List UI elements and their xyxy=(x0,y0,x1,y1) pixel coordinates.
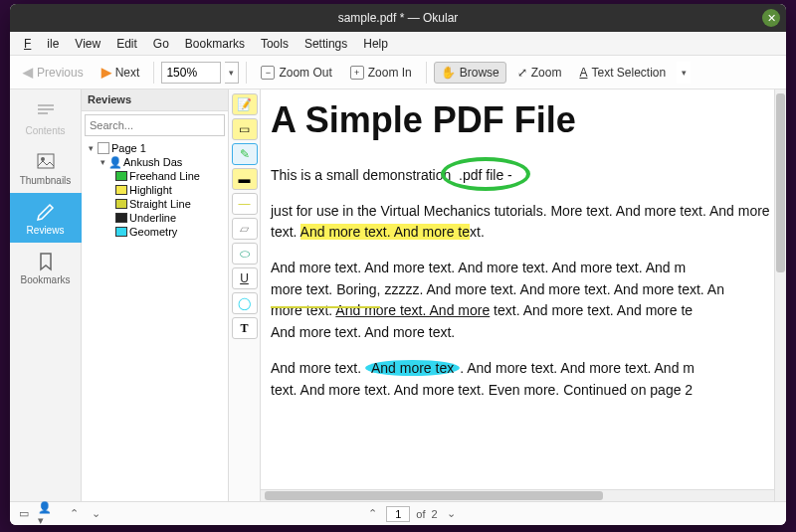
paragraph-1: This is a small demonstration .pdf file … xyxy=(271,165,778,187)
current-page-input[interactable] xyxy=(386,506,410,522)
color-swatch-icon xyxy=(115,227,127,237)
page-up-button[interactable]: ⌃ xyxy=(364,506,380,522)
menu-bookmarks[interactable]: Bookmarks xyxy=(177,34,253,54)
underline-annotation[interactable]: And more text. And more xyxy=(335,302,490,318)
tree-item-label: Underline xyxy=(129,212,176,224)
tree-author-node[interactable]: ▾ 👤 Ankush Das xyxy=(84,155,226,169)
tree-page-node[interactable]: ▾ Page 1 xyxy=(84,141,226,155)
text-selection-icon: A xyxy=(579,66,587,80)
bookmarks-icon xyxy=(35,251,57,272)
tree-page-label: Page 1 xyxy=(111,142,146,154)
pdf-viewport[interactable]: A Simple PDF File This is a small demons… xyxy=(261,89,786,501)
contents-tab[interactable]: Contents xyxy=(10,93,82,143)
tree-annotation-item[interactable]: Underline xyxy=(84,211,226,225)
reviews-search-input[interactable] xyxy=(85,114,225,136)
author-filter-button[interactable]: 👤▾ xyxy=(38,506,54,522)
annotation-toolbar: 📝 ▭ ✎ ▬ ― ▱ ⬭ U ◯ T xyxy=(229,89,261,501)
menu-edit[interactable]: Edit xyxy=(108,34,145,54)
menu-help[interactable]: Help xyxy=(355,34,396,54)
scrollbar-thumb[interactable] xyxy=(776,93,785,272)
anno-polygon-button[interactable]: ▱ xyxy=(232,218,258,240)
text-selection-button[interactable]: A Text Selection xyxy=(572,62,673,84)
zoom-tool-icon: ⤢ xyxy=(517,66,527,80)
zoom-tool-label: Zoom xyxy=(531,66,562,80)
window-title: sample.pdf * — Okular xyxy=(338,11,459,25)
user-icon: 👤 xyxy=(109,156,121,168)
zoom-out-button[interactable]: − Zoom Out xyxy=(254,62,338,84)
document-title: A Simple PDF File xyxy=(271,99,778,141)
left-panel: Contents Thumbnails Reviews Bookmarks xyxy=(10,89,82,501)
app-window: sample.pdf * — Okular ✕ File View Edit G… xyxy=(10,4,786,525)
color-swatch-icon xyxy=(115,171,127,181)
anno-note-button[interactable]: 📝 xyxy=(232,93,258,115)
view-mode-button[interactable]: ▭ xyxy=(16,506,32,522)
paragraph-4: And more text. And more tex. And more te… xyxy=(271,358,778,401)
horizontal-scrollbar[interactable] xyxy=(261,489,774,501)
toolbar: ◀ Previous ▶ Next ▾ − Zoom Out + Zoom In… xyxy=(10,56,786,89)
vertical-scrollbar[interactable] xyxy=(774,89,786,501)
reviews-icon xyxy=(35,201,57,223)
menu-tools[interactable]: Tools xyxy=(253,34,297,54)
thumbnails-icon xyxy=(35,151,57,173)
zoom-tool-button[interactable]: ⤢ Zoom xyxy=(510,62,569,84)
anno-highlight-button[interactable]: ▬ xyxy=(232,168,258,190)
next-label: Next xyxy=(115,66,140,80)
reviews-label: Reviews xyxy=(27,225,65,236)
zoom-in-icon: + xyxy=(350,66,364,80)
paragraph-3: And more text. And more text. And more t… xyxy=(271,258,778,344)
zoom-out-label: Zoom Out xyxy=(279,66,331,80)
zoom-dropdown-button[interactable]: ▾ xyxy=(225,62,239,84)
zoom-in-button[interactable]: + Zoom In xyxy=(343,62,419,84)
browse-tool-button[interactable]: ✋ Browse xyxy=(434,62,506,84)
separator xyxy=(426,62,427,84)
color-swatch-icon xyxy=(115,213,127,223)
tree-item-label: Freehand Line xyxy=(129,170,200,182)
freehand-circle-annotation[interactable] xyxy=(441,157,530,191)
text-selection-dropdown[interactable]: ▾ xyxy=(677,62,691,84)
contents-icon xyxy=(35,101,57,123)
collapse-all-button[interactable]: ⌃ xyxy=(66,506,82,522)
menu-settings[interactable]: Settings xyxy=(297,34,355,54)
reviews-tab[interactable]: Reviews xyxy=(10,193,82,243)
anno-stamp-button[interactable]: ⬭ xyxy=(232,243,258,265)
anno-inline-note-button[interactable]: ▭ xyxy=(232,118,258,140)
tree-annotation-item[interactable]: Highlight xyxy=(84,183,226,197)
previous-button[interactable]: ◀ Previous xyxy=(16,61,91,84)
menu-go[interactable]: Go xyxy=(145,34,177,54)
tree-annotation-item[interactable]: Freehand Line xyxy=(84,169,226,183)
tree-item-label: Highlight xyxy=(129,184,172,196)
hand-icon: ✋ xyxy=(441,66,456,80)
zoom-in-label: Zoom In xyxy=(368,66,412,80)
straight-line-annotation[interactable] xyxy=(271,306,380,308)
expand-all-button[interactable]: ⌄ xyxy=(88,506,103,522)
scrollbar-thumb[interactable] xyxy=(265,491,603,500)
anno-underline-button[interactable]: U xyxy=(232,267,258,289)
tree-annotation-item[interactable]: Straight Line xyxy=(84,197,226,211)
anno-freehand-button[interactable]: ✎ xyxy=(232,143,258,165)
document-area: 📝 ▭ ✎ ▬ ― ▱ ⬭ U ◯ T A Simple PDF File Th… xyxy=(229,89,786,501)
anno-ellipse-button[interactable]: ◯ xyxy=(232,292,258,314)
tree-item-label: Geometry xyxy=(129,226,177,238)
separator xyxy=(153,62,154,84)
highlight-annotation[interactable]: And more text. And more te xyxy=(300,224,470,240)
thumbnails-tab[interactable]: Thumbnails xyxy=(10,143,82,193)
window-close-button[interactable]: ✕ xyxy=(762,9,780,27)
tree-annotation-item[interactable]: Geometry xyxy=(84,225,226,239)
menu-view[interactable]: View xyxy=(67,34,108,54)
anno-text-button[interactable]: T xyxy=(232,317,258,339)
anno-line-button[interactable]: ― xyxy=(232,193,258,215)
page-down-button[interactable]: ⌄ xyxy=(444,506,460,522)
ellipse-annotation[interactable]: And more tex xyxy=(365,360,460,376)
menu-file[interactable]: File xyxy=(16,34,67,54)
zoom-select[interactable] xyxy=(161,62,221,84)
text-selection-label: Text Selection xyxy=(591,66,666,80)
main-body: Contents Thumbnails Reviews Bookmarks Re… xyxy=(10,89,786,501)
bookmarks-tab[interactable]: Bookmarks xyxy=(10,243,82,292)
arrow-left-icon: ◀ xyxy=(23,65,33,80)
previous-label: Previous xyxy=(37,66,84,80)
next-button[interactable]: ▶ Next xyxy=(95,61,147,84)
paragraph-2: just for use in the Virtual Mechanics tu… xyxy=(271,201,778,244)
color-swatch-icon xyxy=(115,185,127,195)
total-pages-label: 2 xyxy=(432,508,438,520)
menubar: File View Edit Go Bookmarks Tools Settin… xyxy=(10,32,786,56)
